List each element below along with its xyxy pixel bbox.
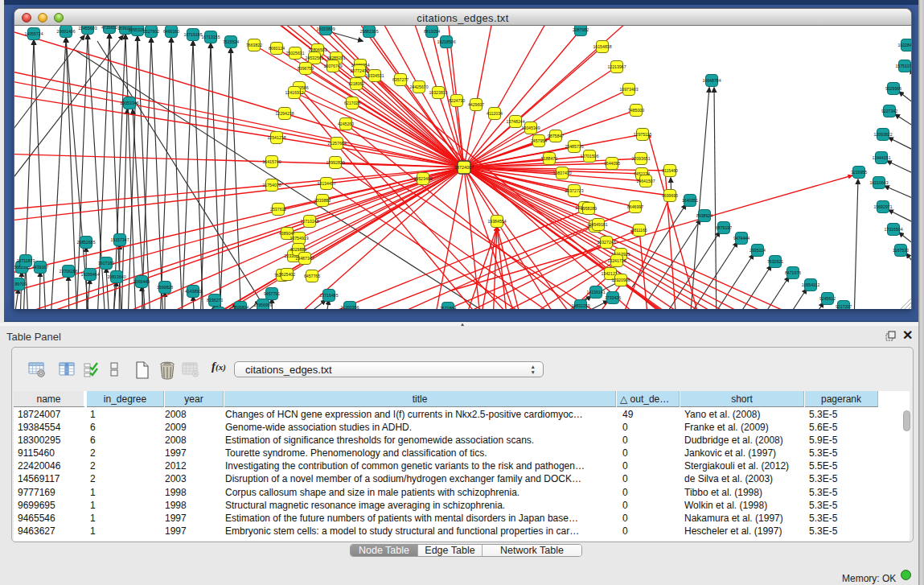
svg-text:24641507: 24641507: [636, 179, 655, 183]
svg-text:12093822: 12093822: [873, 132, 892, 137]
svg-text:9115460: 9115460: [662, 168, 678, 173]
svg-text:20053346: 20053346: [120, 101, 138, 105]
svg-text:16713155: 16713155: [201, 35, 220, 39]
svg-text:10837430: 10837430: [552, 171, 571, 175]
svg-text:13716485: 13716485: [319, 293, 338, 298]
svg-text:12975115: 12975115: [634, 132, 652, 137]
svg-text:9875847: 9875847: [548, 134, 564, 138]
svg-text:2457954: 2457954: [531, 138, 547, 143]
svg-text:10323815: 10323815: [429, 90, 447, 95]
svg-text:12213967: 12213967: [607, 64, 626, 69]
svg-text:12294238: 12294238: [275, 111, 294, 116]
svg-text:7515524: 7515524: [223, 39, 239, 44]
svg-text:9217207: 9217207: [836, 304, 852, 309]
svg-text:15692971: 15692971: [873, 204, 892, 209]
svg-text:1527602: 1527602: [143, 29, 159, 34]
svg-text:21754078: 21754078: [262, 183, 281, 187]
svg-text:21257684: 21257684: [327, 141, 346, 146]
svg-text:6357277: 6357277: [392, 77, 409, 82]
svg-text:8938924: 8938924: [696, 213, 713, 218]
svg-text:18724007: 18724007: [454, 165, 474, 170]
svg-text:9227342: 9227342: [881, 109, 897, 113]
svg-text:7625402: 7625402: [279, 272, 295, 277]
svg-text:4429607: 4429607: [468, 102, 484, 107]
svg-text:9329966: 9329966: [885, 86, 901, 91]
svg-text:13134457: 13134457: [317, 181, 335, 186]
svg-text:10710248: 10710248: [300, 219, 318, 224]
svg-text:8471676: 8471676: [785, 270, 801, 275]
svg-text:8489709: 8489709: [14, 282, 27, 286]
svg-text:16648784: 16648784: [702, 78, 721, 83]
svg-text:9474444: 9474444: [733, 236, 749, 241]
svg-text:4245263: 4245263: [338, 122, 354, 126]
svg-text:9245612: 9245612: [819, 296, 836, 301]
svg-text:23706266: 23706266: [59, 269, 77, 274]
svg-text:10210643: 10210643: [869, 180, 888, 185]
svg-text:2935114: 2935114: [749, 248, 766, 253]
svg-text:15076749: 15076749: [323, 64, 342, 68]
svg-text:10719185: 10719185: [183, 32, 202, 37]
svg-text:6466160: 6466160: [163, 29, 179, 34]
svg-text:4735650: 4735650: [101, 26, 117, 30]
svg-text:14136141: 14136141: [586, 290, 605, 295]
svg-text:8396759: 8396759: [298, 66, 314, 71]
svg-text:25882305: 25882305: [359, 29, 378, 34]
svg-text:19384554: 19384554: [487, 219, 506, 224]
svg-text:2087682: 2087682: [573, 27, 589, 32]
svg-text:15157347: 15157347: [110, 237, 129, 242]
svg-text:16154838: 16154838: [593, 44, 611, 49]
svg-text:6217026: 6217026: [344, 101, 360, 105]
svg-text:2537611: 2537611: [270, 207, 286, 212]
svg-text:6457765: 6457765: [304, 274, 320, 278]
svg-text:12444151: 12444151: [872, 155, 890, 160]
svg-text:1640951: 1640951: [682, 198, 698, 203]
svg-text:16415740: 16415740: [262, 159, 281, 164]
svg-text:8224730: 8224730: [449, 98, 465, 103]
svg-text:13754919: 13754919: [290, 236, 308, 241]
svg-text:22455603: 22455603: [78, 26, 97, 31]
svg-text:7632621: 7632621: [767, 259, 783, 264]
svg-text:20372723: 20372723: [565, 188, 583, 193]
svg-text:8646997: 8646997: [627, 204, 643, 209]
svg-text:20813640: 20813640: [107, 274, 125, 279]
svg-text:12416912: 12416912: [285, 90, 303, 95]
svg-text:12541238: 12541238: [267, 135, 285, 140]
svg-text:3917183: 3917183: [98, 261, 114, 266]
svg-text:17016504: 17016504: [884, 227, 902, 232]
svg-text:3215955: 3215955: [851, 170, 867, 175]
svg-text:16033809: 16033809: [316, 27, 335, 31]
svg-text:19218506: 19218506: [437, 39, 455, 44]
svg-text:5188470: 5188470: [541, 156, 557, 161]
svg-text:24532561: 24532561: [305, 56, 323, 60]
svg-text:1733426: 1733426: [605, 295, 621, 300]
svg-text:7671884: 7671884: [440, 306, 456, 309]
svg-text:8660124: 8660124: [269, 46, 285, 51]
svg-text:8029889: 8029889: [290, 247, 306, 252]
svg-text:19832259: 19832259: [571, 303, 589, 308]
svg-text:4112034: 4112034: [487, 111, 503, 116]
svg-text:9699695: 9699695: [662, 193, 678, 198]
svg-text:22093651: 22093651: [631, 156, 650, 161]
svg-text:15751074: 15751074: [895, 64, 912, 68]
svg-text:6879197: 6879197: [716, 225, 732, 230]
svg-text:1218062: 1218062: [348, 81, 364, 86]
svg-text:23487347: 23487347: [295, 256, 314, 261]
svg-text:8806804: 8806804: [232, 305, 248, 309]
svg-text:25711873: 25711873: [17, 258, 35, 263]
svg-text:13045349: 13045349: [521, 126, 540, 130]
svg-text:18992829: 18992829: [326, 160, 344, 165]
svg-text:9958289: 9958289: [581, 206, 597, 211]
svg-text:8336273: 8336273: [207, 298, 223, 303]
svg-text:8813054: 8813054: [424, 29, 440, 34]
svg-text:10973403: 10973403: [619, 87, 638, 92]
svg-text:10334531: 10334531: [365, 73, 384, 78]
svg-text:13748244: 13748244: [506, 119, 524, 124]
svg-text:25025631: 25025631: [285, 51, 304, 56]
svg-text:13701506: 13701506: [580, 154, 598, 159]
svg-text:10654112: 10654112: [802, 282, 820, 287]
svg-text:9457791: 9457791: [264, 291, 280, 296]
svg-text:4439167: 4439167: [32, 265, 48, 270]
svg-text:24549181: 24549181: [589, 222, 607, 227]
svg-text:19523409: 19523409: [413, 176, 432, 181]
svg-text:17956909: 17956909: [253, 303, 272, 307]
